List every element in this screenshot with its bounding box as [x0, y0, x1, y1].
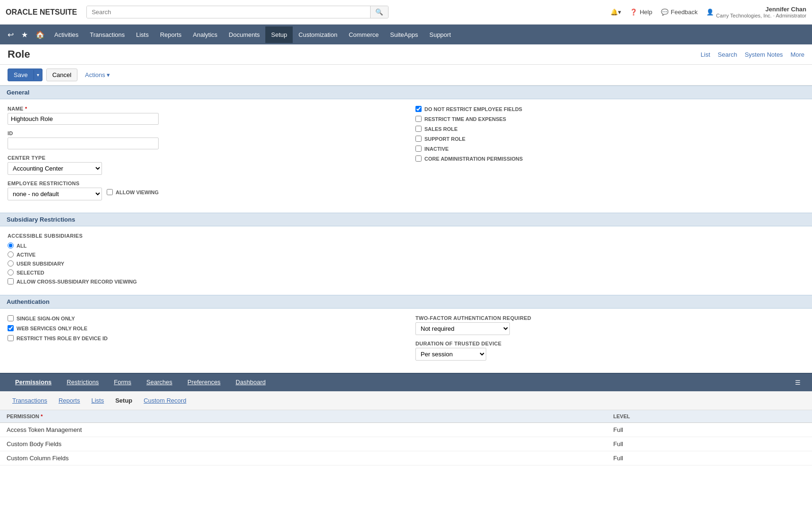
level-col-header: LEVEL [607, 410, 812, 423]
level-cell: Full [607, 451, 812, 465]
feedback-button[interactable]: 💬 Feedback [661, 9, 698, 16]
permissions-table-body: Access Token Management Full Custom Body… [0, 423, 812, 465]
nav-analytics[interactable]: Analytics [187, 26, 223, 43]
inactive-row: INACTIVE [415, 146, 804, 152]
list-link[interactable]: List [701, 51, 710, 58]
page-actions: List Search System Notes More [701, 51, 804, 58]
sub-tab-setup[interactable]: Setup [110, 395, 137, 406]
restrict-time-checkbox[interactable] [415, 116, 422, 122]
employee-restrictions-field-group: EMPLOYEE RESTRICTIONS none - no default … [8, 181, 387, 200]
general-section-body: NAME * ID CENTER TYPE Accounting Center … [0, 99, 812, 213]
two-factor-select[interactable]: Not required Required [415, 322, 510, 335]
inactive-checkbox[interactable] [415, 146, 422, 152]
bottom-tabs-row: Permissions Restrictions Forms Searches … [0, 374, 812, 391]
sales-role-checkbox[interactable] [415, 126, 422, 132]
name-input[interactable] [8, 113, 159, 125]
table-row: Custom Body Fields Full [0, 437, 812, 451]
radio-user-subsidiary[interactable] [8, 260, 14, 267]
tab-dashboard[interactable]: Dashboard [228, 374, 273, 391]
nav-suiteapps[interactable]: SuiteApps [384, 26, 423, 43]
permissions-header-row: PERMISSION * LEVEL [0, 410, 812, 423]
trusted-device-label: DURATION OF TRUSTED DEVICE [415, 341, 804, 346]
level-cell: Full [607, 437, 812, 451]
search-input[interactable] [87, 6, 370, 18]
cancel-button[interactable]: Cancel [46, 69, 77, 81]
nav-home-icon[interactable]: 🏠 [32, 26, 49, 43]
top-header: ORACLE NETSUITE 🔍 🔔▾ ❓ Help 💬 Feedback 👤… [0, 0, 812, 25]
tab-grid-icon[interactable]: ☰ [791, 375, 804, 390]
restrict-device-checkbox[interactable] [8, 335, 14, 341]
nav-customization[interactable]: Customization [293, 26, 343, 43]
tab-restrictions[interactable]: Restrictions [59, 374, 106, 391]
sub-tab-custom-record[interactable]: Custom Record [139, 395, 191, 406]
center-type-field-group: CENTER TYPE Accounting Center Classic Ce… [8, 155, 387, 175]
tab-permissions[interactable]: Permissions [8, 374, 59, 391]
nav-commerce[interactable]: Commerce [343, 26, 385, 43]
radio-active[interactable] [8, 251, 14, 258]
sub-tabs-row: Transactions Reports Lists Setup Custom … [0, 391, 812, 410]
authentication-form-grid: SINGLE SIGN-ON ONLY WEB SERVICES ONLY RO… [8, 315, 804, 366]
level-cell: Full [607, 423, 812, 437]
nav-star-icon[interactable]: ★ [17, 26, 32, 43]
id-input[interactable] [8, 138, 159, 149]
sub-tab-transactions[interactable]: Transactions [8, 395, 52, 406]
nav-setup[interactable]: Setup [265, 26, 293, 43]
save-button[interactable]: Save [8, 69, 34, 81]
name-required-star: * [25, 106, 27, 112]
actions-button[interactable]: Actions ▾ [85, 71, 110, 78]
sso-only-row: SINGLE SIGN-ON ONLY [8, 315, 387, 321]
sub-tab-reports[interactable]: Reports [54, 395, 85, 406]
cross-subsidiary-checkbox[interactable] [8, 278, 14, 284]
trusted-device-select[interactable]: Per session 30 days 90 days [415, 348, 486, 361]
logo: ORACLE NETSUITE [6, 8, 77, 17]
permissions-table: PERMISSION * LEVEL Access Token Manageme… [0, 410, 812, 465]
search-bar[interactable]: 🔍 [86, 6, 389, 18]
nav-support[interactable]: Support [423, 26, 457, 43]
id-field-group: ID [8, 130, 387, 149]
no-restrict-employee-checkbox[interactable] [415, 106, 422, 112]
authentication-section-body: SINGLE SIGN-ON ONLY WEB SERVICES ONLY RO… [0, 309, 812, 373]
more-link[interactable]: More [790, 51, 804, 58]
nav-activities[interactable]: Activities [49, 26, 84, 43]
table-row: Access Token Management Full [0, 423, 812, 437]
help-button[interactable]: ❓ Help [630, 9, 652, 16]
radio-selected[interactable] [8, 269, 14, 276]
core-admin-checkbox[interactable] [415, 155, 422, 162]
system-notes-link[interactable]: System Notes [744, 51, 783, 58]
notifications-icon[interactable]: 🔔▾ [610, 9, 621, 16]
id-label: ID [8, 130, 387, 136]
employee-restrictions-label: EMPLOYEE RESTRICTIONS [8, 181, 387, 186]
trusted-device-field-group: DURATION OF TRUSTED DEVICE Per session 3… [415, 341, 804, 361]
save-dropdown-button[interactable]: ▾ [34, 70, 42, 80]
accessible-subsidiaries-label: ACCESSIBLE SUBSIDIARIES [8, 233, 804, 239]
sso-only-checkbox[interactable] [8, 315, 14, 321]
two-factor-label: TWO-FACTOR AUTHENTICATION REQUIRED [415, 315, 804, 321]
radio-all[interactable] [8, 242, 14, 249]
tab-searches[interactable]: Searches [139, 374, 180, 391]
two-factor-field-group: TWO-FACTOR AUTHENTICATION REQUIRED Not r… [415, 315, 804, 335]
nav-transactions[interactable]: Transactions [84, 26, 130, 43]
search-button[interactable]: 🔍 [370, 6, 388, 18]
sub-tab-lists[interactable]: Lists [86, 395, 109, 406]
general-form-grid: NAME * ID CENTER TYPE Accounting Center … [8, 106, 804, 206]
save-button-group[interactable]: Save ▾ [8, 69, 42, 81]
nav-lists[interactable]: Lists [130, 26, 154, 43]
radio-all-row: ALL [8, 242, 804, 249]
employee-restrictions-select[interactable]: none - no default Restricted Unrestricte… [8, 188, 102, 200]
search-link[interactable]: Search [718, 51, 737, 58]
user-menu[interactable]: 👤 Jennifer Chan Carry Technologies, Inc.… [706, 6, 806, 18]
tab-preferences[interactable]: Preferences [180, 374, 228, 391]
support-role-checkbox[interactable] [415, 136, 422, 142]
web-services-checkbox[interactable] [8, 325, 14, 331]
nav-documents[interactable]: Documents [223, 26, 266, 43]
permission-required-star: * [41, 413, 42, 419]
allow-viewing-checkbox[interactable] [107, 189, 113, 195]
center-type-select[interactable]: Accounting Center Classic Center Employe… [8, 162, 102, 175]
general-right-column: DO NOT RESTRICT EMPLOYEE FIELDS RESTRICT… [406, 106, 804, 206]
tab-forms[interactable]: Forms [106, 374, 139, 391]
nav-back-icon[interactable]: ↩ [4, 26, 17, 43]
table-row: Custom Column Fields Full [0, 451, 812, 465]
top-right-actions: 🔔▾ ❓ Help 💬 Feedback 👤 Jennifer Chan Car… [610, 6, 806, 18]
nav-reports[interactable]: Reports [154, 26, 187, 43]
user-company: Carry Technologies, Inc. · Administrator [716, 13, 806, 18]
